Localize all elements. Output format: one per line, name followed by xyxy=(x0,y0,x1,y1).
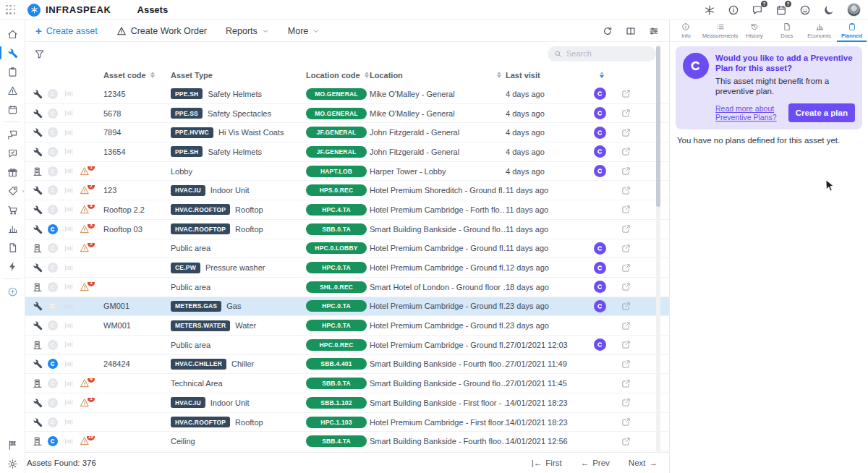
location-code-badge[interactable]: HPC.1.103 xyxy=(306,417,367,428)
sparkle-icon[interactable] xyxy=(704,4,715,16)
preventive-plan-indicator-icon[interactable] xyxy=(594,262,606,274)
create-work-order-button[interactable]: Create Work Order xyxy=(116,26,207,36)
location-code-badge[interactable]: SBB.4.401 xyxy=(306,358,367,370)
filter-funnel-icon[interactable] xyxy=(34,48,45,59)
more-menu[interactable]: More xyxy=(288,26,320,36)
open-asset-cell[interactable] xyxy=(613,340,639,349)
open-asset-cell[interactable] xyxy=(613,398,639,407)
column-asset-code[interactable]: Asset code xyxy=(103,71,171,80)
column-asset-type[interactable]: Asset Type xyxy=(171,71,306,80)
sidebar-item-stock-gift[interactable] xyxy=(0,163,25,182)
table-settings-icon[interactable] xyxy=(649,26,659,36)
page-next-button[interactable]: Next→ xyxy=(629,459,658,467)
open-asset-cell[interactable] xyxy=(613,321,639,331)
sidebar-item-tags[interactable]: › xyxy=(0,182,25,200)
location-code-badge[interactable]: SBB.0.TA xyxy=(306,378,367,389)
sidebar-item-utilities-bolt[interactable] xyxy=(0,257,25,276)
preventive-plan-indicator-icon[interactable] xyxy=(594,88,606,100)
location-code-badge[interactable]: SBB.0.TA xyxy=(306,223,367,235)
failures-warning-icon[interactable]: 3 xyxy=(80,205,90,215)
sidebar-item-clipboard[interactable] xyxy=(0,62,25,81)
create-plan-button[interactable]: Create a plan xyxy=(788,103,855,122)
open-asset-cell[interactable] xyxy=(613,417,639,427)
column-location-code[interactable]: Location code xyxy=(306,71,370,80)
table-row[interactable]: 248424HVAC.CHILLERChillerSBB.4.401Smart … xyxy=(25,355,669,375)
location-code-badge[interactable]: JF.GENERAL xyxy=(306,127,367,138)
tab-info[interactable]: Info xyxy=(670,20,702,41)
table-row[interactable]: 7894PPE.HVWCHi Vis Waist CoatsJF.GENERAL… xyxy=(25,123,669,142)
tab-history[interactable]: History xyxy=(738,20,770,41)
location-code-badge[interactable]: MO.GENERAL xyxy=(306,88,367,100)
preventive-plan-indicator-icon[interactable] xyxy=(594,338,606,351)
location-code-badge[interactable]: JF.GENERAL xyxy=(306,146,367,158)
location-code-badge[interactable]: HPC.0.TA xyxy=(306,300,367,312)
location-code-badge[interactable]: MO.GENERAL xyxy=(306,108,367,119)
tab-docs[interactable]: Docs xyxy=(770,20,803,41)
search-box[interactable] xyxy=(548,46,656,61)
sidebar-item-approvals-chat[interactable] xyxy=(0,144,25,163)
open-asset-cell[interactable] xyxy=(613,108,639,118)
reports-menu[interactable]: Reports xyxy=(226,26,269,36)
status-circle-icon[interactable] xyxy=(48,359,58,369)
open-asset-cell[interactable] xyxy=(613,224,639,234)
table-row[interactable]: 1LobbyHAPT.LOBHarper Tower - Lobby4 days… xyxy=(25,162,669,182)
status-circle-icon[interactable] xyxy=(48,282,58,292)
sidebar-item-requests[interactable] xyxy=(0,125,25,144)
location-code-badge[interactable]: SBB.1.102 xyxy=(306,397,367,409)
status-circle-icon[interactable] xyxy=(48,436,58,446)
sidebar-item-add-plus[interactable] xyxy=(0,282,25,301)
location-code-badge[interactable]: SBB.4.TA xyxy=(306,435,367,447)
sidebar-item-failures-warning[interactable] xyxy=(0,81,25,100)
sort-icon-active[interactable] xyxy=(600,72,604,79)
app-grid-icon[interactable] xyxy=(6,5,16,15)
column-last-visit[interactable]: Last visit xyxy=(506,71,587,80)
failures-warning-icon[interactable]: 1 xyxy=(80,398,90,408)
page-prev-button[interactable]: ←Prev xyxy=(581,459,610,467)
table-row[interactable]: 4Technical AreaSBB.0.TASmart Building Ba… xyxy=(25,374,669,393)
preventive-plan-indicator-icon[interactable] xyxy=(594,145,606,158)
status-circle-icon[interactable] xyxy=(48,417,58,427)
preventive-plan-indicator-icon[interactable] xyxy=(594,107,606,119)
columns-icon[interactable] xyxy=(626,26,636,36)
failures-warning-icon[interactable]: 4 xyxy=(80,378,90,388)
preventive-plan-indicator-icon[interactable] xyxy=(594,242,606,255)
chat-help-icon[interactable]: ? xyxy=(752,4,763,16)
status-circle-icon[interactable] xyxy=(48,185,58,195)
failures-warning-icon[interactable]: 1 xyxy=(80,282,90,292)
sidebar-item-documents[interactable] xyxy=(0,238,25,257)
search-input[interactable] xyxy=(566,49,650,58)
open-asset-cell[interactable] xyxy=(613,437,639,446)
open-asset-cell[interactable] xyxy=(613,205,639,214)
sidebar-item-analytics-chart[interactable] xyxy=(0,219,25,238)
table-row[interactable]: GM001METERS.GASGasHPC.0.TAHotel Premium … xyxy=(25,297,669,317)
location-code-badge[interactable]: SHL.0.REC xyxy=(306,281,367,293)
sort-icon[interactable] xyxy=(150,72,155,79)
table-row[interactable]: Public areaHPC.0.RECHotel Premium Cambri… xyxy=(25,336,669,355)
open-asset-cell[interactable] xyxy=(613,263,639,273)
preventive-plans-link[interactable]: Read more about Preventive Plans? xyxy=(715,104,783,122)
status-circle-icon[interactable] xyxy=(48,205,58,215)
preventive-plan-indicator-icon[interactable] xyxy=(594,165,606,177)
open-asset-cell[interactable] xyxy=(613,89,639,98)
column-sort-active[interactable] xyxy=(587,72,613,79)
location-code-badge[interactable]: HPC.0.REC xyxy=(306,339,367,351)
table-row[interactable]: HVAC.ROOFTOPRooftopHPC.1.103Hotel Premiu… xyxy=(25,413,669,432)
status-circle-icon[interactable] xyxy=(48,340,58,350)
open-asset-cell[interactable] xyxy=(613,302,639,311)
create-asset-button[interactable]: + Create asset xyxy=(35,25,98,36)
open-asset-cell[interactable] xyxy=(613,359,639,369)
table-row[interactable]: 13654PPE.SHSafety HelmetsJF.GENERALJohn … xyxy=(25,142,669,162)
sort-icon[interactable] xyxy=(365,72,369,79)
status-circle-icon[interactable] xyxy=(48,127,58,137)
open-asset-cell[interactable] xyxy=(613,147,639,156)
info-icon[interactable] xyxy=(728,4,739,16)
open-asset-cell[interactable] xyxy=(613,379,639,388)
sidebar-item-settings-gear[interactable] xyxy=(0,454,25,473)
open-asset-cell[interactable] xyxy=(613,166,639,176)
table-row[interactable]: 1Public areaSHL.0.RECSmart Hotel of Lond… xyxy=(25,278,669,297)
location-code-badge[interactable]: HPC.0.TA xyxy=(306,320,367,331)
user-avatar[interactable] xyxy=(847,3,861,17)
status-circle-icon[interactable] xyxy=(48,147,58,157)
open-asset-cell[interactable] xyxy=(613,186,639,195)
table-row[interactable]: WM001METERS.WATERWaterHPC.0.TAHotel Prem… xyxy=(25,316,669,336)
